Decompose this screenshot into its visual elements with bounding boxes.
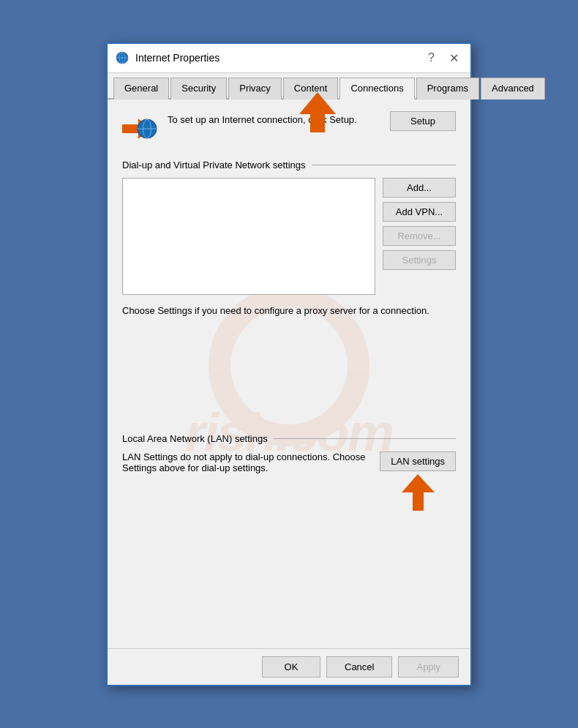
add-button[interactable]: Add... — [383, 178, 456, 198]
lan-section: Local Area Network (LAN) settings LAN Se… — [122, 433, 456, 513]
tab-programs[interactable]: Programs — [416, 78, 479, 100]
tab-bar: General Security Privacy Content Connect… — [108, 73, 470, 100]
lan-section-line — [274, 438, 456, 439]
cancel-button[interactable]: Cancel — [326, 656, 392, 678]
tab-privacy[interactable]: Privacy — [228, 78, 282, 100]
vpn-section-line — [312, 165, 457, 165]
apply-button[interactable]: Apply — [398, 656, 459, 678]
title-bar-left: Internet Properties — [115, 50, 219, 65]
internet-properties-dialog: Internet Properties ? ✕ General Security… — [106, 42, 472, 686]
setup-row: To set up an Internet connection, click … — [122, 111, 456, 146]
setup-description: To set up an Internet connection, click … — [168, 111, 380, 125]
lan-section-title: Local Area Network (LAN) settings — [122, 433, 268, 444]
vpn-list[interactable] — [122, 178, 375, 295]
vpn-section-header: Dial-up and Virtual Private Network sett… — [122, 160, 456, 170]
vpn-buttons: Add... Add VPN... Remove... Settings — [383, 178, 456, 295]
vpn-section-title: Dial-up and Virtual Private Network sett… — [122, 160, 306, 170]
lan-settings-button[interactable]: LAN settings — [380, 451, 456, 471]
tab-content[interactable]: Content — [283, 78, 339, 100]
help-button[interactable]: ? — [424, 50, 439, 66]
globe-with-arrow-icon — [122, 111, 157, 146]
tab-connections[interactable]: Connections — [339, 78, 414, 100]
settings-button[interactable]: Settings — [383, 250, 456, 270]
svg-marker-9 — [402, 474, 435, 511]
remove-button[interactable]: Remove... — [383, 226, 456, 246]
proxy-description: Choose Settings if you need to configure… — [122, 305, 456, 316]
ok-button[interactable]: OK — [262, 656, 320, 678]
tab-content-area: rish.com To set up an Internet connectio… — [108, 100, 470, 648]
bottom-bar: OK Cancel Apply — [108, 648, 470, 685]
dialog-title: Internet Properties — [135, 52, 219, 64]
setup-button[interactable]: Setup — [390, 111, 456, 131]
title-bar-controls: ? ✕ — [424, 50, 463, 67]
tab-advanced[interactable]: Advanced — [481, 78, 545, 100]
close-button[interactable]: ✕ — [445, 50, 463, 67]
title-bar: Internet Properties ? ✕ — [108, 44, 470, 73]
tab-security[interactable]: Security — [170, 78, 227, 100]
vpn-row: Add... Add VPN... Remove... Settings — [122, 178, 456, 295]
title-icon — [115, 50, 130, 65]
lan-section-header: Local Area Network (LAN) settings — [122, 433, 456, 444]
lan-arrow — [402, 474, 435, 513]
lan-row: LAN Settings do not apply to dial-up con… — [122, 451, 456, 513]
tab-general[interactable]: General — [113, 78, 169, 100]
lan-description: LAN Settings do not apply to dial-up con… — [122, 451, 365, 473]
add-vpn-button[interactable]: Add VPN... — [383, 202, 456, 222]
